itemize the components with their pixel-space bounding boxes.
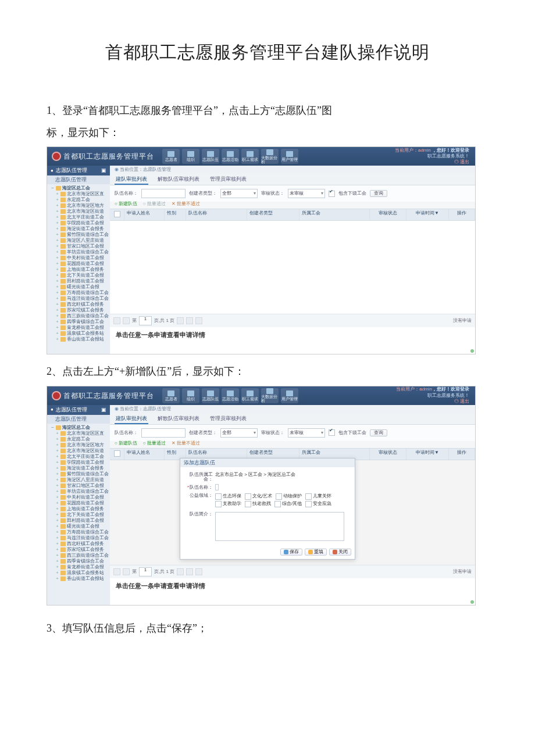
nav-team[interactable]: 志愿队伍 — [202, 149, 219, 164]
logout-link[interactable]: ◎ 退出 — [454, 159, 469, 165]
query-button[interactable]: 查询 — [370, 429, 387, 436]
nav-activity[interactable]: 志愿活动 — [222, 149, 239, 164]
tree-item[interactable]: +花园路街道工会报 — [48, 500, 110, 506]
tree-item[interactable]: +上地街道工会报务 — [48, 506, 110, 512]
pager-page-input[interactable]: 1 — [139, 316, 152, 325]
tree-item[interactable]: +北京市海淀区地方 — [48, 442, 110, 448]
dialog-name-input[interactable] — [215, 484, 219, 490]
pager-refresh[interactable] — [195, 568, 202, 575]
dialog-category-item[interactable]: 儿童关怀 — [305, 493, 331, 500]
checkbox[interactable] — [215, 501, 222, 507]
dialog-category-item[interactable]: 支教助学 — [215, 501, 241, 507]
pager-prev[interactable] — [123, 317, 130, 324]
tab-team-audit[interactable]: 建队审批列表 — [115, 414, 148, 424]
tree-item[interactable]: +学院路街道工会报 — [48, 460, 110, 465]
nav-demand[interactable]: 职工需求 — [241, 388, 259, 403]
checkbox[interactable] — [215, 493, 222, 500]
tree-item[interactable]: +北京市海淀区街道 — [48, 209, 110, 214]
filter-creator-type-select[interactable]: 全部 — [220, 428, 258, 438]
tree-item[interactable]: +甘家口地区工会报 — [48, 483, 110, 489]
tree-item[interactable]: +北京市海淀区地方 — [48, 203, 110, 209]
grid-check-all[interactable] — [114, 450, 120, 457]
col-sex[interactable]: 性别 — [165, 209, 186, 220]
col-apply-time[interactable]: 申请时间▼ — [406, 209, 449, 220]
checkbox[interactable] — [245, 493, 251, 500]
tree-root[interactable]: − 海淀区总工会 — [48, 425, 110, 431]
tree-item[interactable]: +北京市海淀区街道 — [48, 448, 110, 454]
grid-check-all[interactable] — [114, 211, 120, 217]
filter-include-sub-checkbox[interactable] — [329, 429, 335, 436]
query-button[interactable]: 查询 — [370, 190, 387, 197]
pager-first[interactable] — [113, 317, 120, 324]
dialog-category-item[interactable]: 生态环保 — [215, 493, 241, 500]
tree-item[interactable]: +西北旺镇工会报务 — [48, 302, 110, 307]
tree-item[interactable]: +中关村街道工会报 — [48, 495, 110, 500]
tree-item[interactable]: +海淀街道工会报务 — [48, 226, 110, 232]
nav-volunteer[interactable]: 志愿者 — [162, 149, 180, 164]
pager-refresh[interactable] — [195, 317, 202, 324]
col-applicant[interactable]: 申请人姓名 — [124, 449, 165, 460]
col-audit-status[interactable]: 审核状态 — [370, 209, 406, 220]
filter-name-input[interactable] — [141, 428, 186, 438]
tree-item[interactable]: +西三旗街道综合工会 — [48, 313, 110, 319]
tree-item[interactable]: +苏家坨镇工会报务 — [48, 547, 110, 553]
tree-item[interactable]: +花园路街道工会报 — [48, 261, 110, 267]
nav-team[interactable]: 志愿队伍 — [202, 388, 219, 403]
logout-link[interactable]: ◎ 退出 — [454, 399, 469, 404]
dialog-category-item[interactable]: 扶老救残 — [245, 501, 271, 507]
col-applicant[interactable]: 申请人姓名 — [124, 209, 165, 220]
tree-item[interactable]: +羊坊店街道综合工会 — [48, 489, 110, 495]
tree-item[interactable]: +马连洼街道综合工会 — [48, 535, 110, 541]
checkbox[interactable] — [245, 501, 251, 507]
tree-item[interactable]: +紫竹院街道综合工会 — [48, 232, 110, 238]
tree-item[interactable]: +北太平庄街道工会 — [48, 214, 110, 220]
tab-admin-audit[interactable]: 管理员审核列表 — [209, 175, 248, 185]
tree-item[interactable]: +北太平庄街道工会 — [48, 454, 110, 460]
checkbox[interactable] — [305, 493, 312, 500]
tree-item[interactable]: +四季青镇综合工会 — [48, 558, 110, 564]
tree-item[interactable]: +上地街道工会报务 — [48, 267, 110, 273]
batch-reject-button[interactable]: ✕批量不通过 — [172, 202, 200, 206]
pager-last[interactable] — [186, 317, 193, 324]
tree-item[interactable]: +紫竹院街道综合工会 — [48, 471, 110, 477]
col-apply-time[interactable]: 申请时间▼ — [406, 449, 449, 460]
tab-disband-audit[interactable]: 解散队伍审核列表 — [156, 414, 201, 424]
nav-org[interactable]: 组织 — [182, 388, 199, 403]
nav-volunteer[interactable]: 志愿者 — [162, 388, 180, 403]
tree-item[interactable]: +青龙桥街道工会报 — [48, 325, 110, 331]
tab-disband-audit[interactable]: 解散队伍审核列表 — [156, 175, 201, 185]
tree-item[interactable]: +青龙桥街道工会报 — [48, 564, 110, 570]
sidebar-sub-title[interactable]: 志愿队伍管理 — [47, 175, 110, 184]
nav-activity[interactable]: 志愿活动 — [222, 388, 239, 403]
tab-admin-audit[interactable]: 管理员审核列表 — [209, 414, 248, 424]
tree-item[interactable]: +中关村街道工会报 — [48, 255, 110, 261]
tree-item[interactable]: +苏家坨镇工会报务 — [48, 307, 110, 313]
tree-item[interactable]: +香山街道工会报站 — [48, 336, 110, 342]
tree-item[interactable]: +北京市海淀区区直 — [48, 431, 110, 436]
pager-last[interactable] — [186, 568, 193, 575]
tree-item[interactable]: +香山街道工会报站 — [48, 576, 110, 582]
dialog-category-item[interactable]: 综合/其他 — [274, 501, 302, 507]
dialog-category-item[interactable]: 安全应急 — [305, 501, 331, 507]
tree-item[interactable]: +北京市海淀区区直 — [48, 191, 110, 197]
tree-item[interactable]: +温泉镇工会报务站 — [48, 570, 110, 576]
tree-item[interactable]: +北下关街道工会报 — [48, 512, 110, 518]
tree-item[interactable]: +北下关街道工会报 — [48, 273, 110, 278]
tree-root[interactable]: − 海淀区总工会 — [48, 185, 110, 191]
tree-item[interactable]: +海淀区八里庄街道 — [48, 477, 110, 483]
tree-item[interactable]: +西三旗街道综合工会 — [48, 553, 110, 558]
batch-reject-button[interactable]: ✕批量不通过 — [172, 441, 200, 446]
dialog-close-button[interactable]: 关闭 — [329, 549, 351, 556]
tree-item[interactable]: +海淀街道工会报务 — [48, 465, 110, 471]
batch-pass-button[interactable]: ○批量通过 — [143, 441, 166, 446]
col-union[interactable]: 所属工会 — [299, 209, 370, 220]
pager-next[interactable] — [177, 568, 184, 575]
tree-item[interactable]: +羊坊店街道综合工会 — [48, 249, 110, 255]
dialog-reset-button[interactable]: 重填 — [305, 549, 327, 556]
pager-next[interactable] — [177, 317, 184, 324]
checkbox[interactable] — [305, 501, 312, 507]
batch-pass-button[interactable]: ○批量通过 — [143, 202, 166, 206]
tree-item[interactable]: +甘家口地区工会报 — [48, 243, 110, 249]
filter-include-sub-checkbox[interactable] — [329, 191, 335, 197]
pager-first[interactable] — [113, 568, 120, 575]
